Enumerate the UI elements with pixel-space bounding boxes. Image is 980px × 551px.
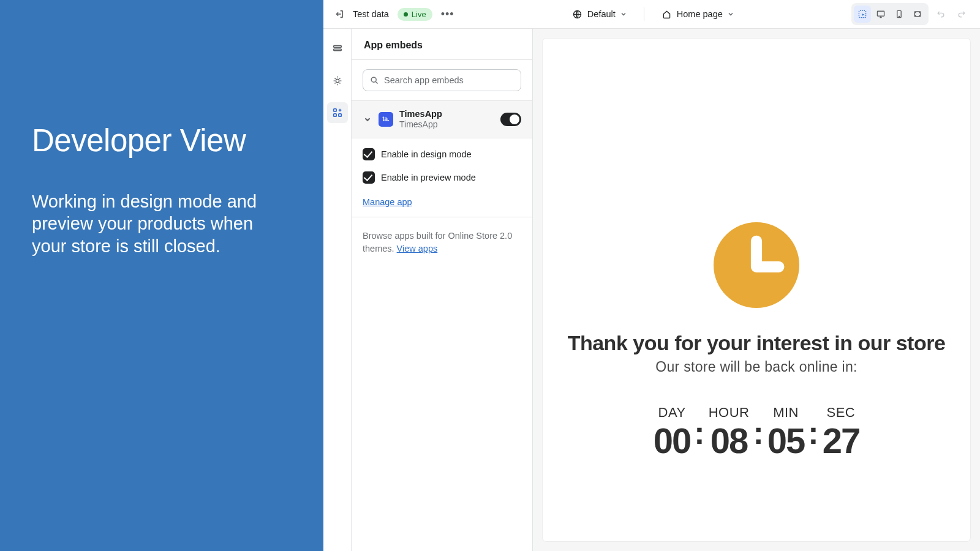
redo-icon[interactable]	[953, 6, 970, 23]
day-value: 00	[654, 423, 691, 459]
topbar: Test data Live ••• Default	[323, 0, 980, 29]
chevron-down-icon	[620, 11, 627, 17]
chevron-down-icon	[728, 11, 734, 17]
globe-icon	[572, 9, 582, 20]
embed-name: TimesApp	[399, 108, 494, 119]
svg-rect-10	[333, 114, 336, 117]
view-apps-link[interactable]: View apps	[397, 244, 438, 253]
hour-label: HOUR	[709, 405, 750, 421]
countdown: DAY 00 : HOUR 08 : MIN 05 :	[651, 405, 862, 459]
embed-subname: TimesApp	[399, 119, 494, 130]
page-label: Home page	[677, 9, 723, 19]
embed-toggle[interactable]	[500, 113, 521, 126]
hour-value: 08	[709, 423, 750, 459]
template-selector[interactable]: Default	[572, 9, 627, 20]
page-selector[interactable]: Home page	[662, 9, 734, 20]
viewport-selector	[851, 3, 929, 25]
svg-point-8	[336, 79, 339, 82]
preview-frame: Thank you for your interest in our store…	[543, 39, 970, 541]
live-dot-icon	[404, 12, 408, 17]
colon-icon: :	[752, 405, 764, 449]
option-preview-mode: Enable in preview mode	[381, 173, 476, 182]
undo-icon[interactable]	[932, 6, 949, 23]
svg-rect-7	[333, 49, 341, 51]
sections-icon[interactable]	[327, 39, 348, 59]
desktop-icon[interactable]	[872, 6, 889, 23]
search-input[interactable]	[363, 69, 521, 91]
settings-icon[interactable]	[327, 70, 348, 91]
svg-rect-11	[338, 114, 341, 117]
search-icon	[369, 75, 379, 85]
svg-point-12	[371, 77, 376, 82]
preview-heading: Thank you for your interest in our store	[568, 331, 946, 355]
sidebar-title: App embeds	[364, 40, 520, 51]
promo-subtitle: Working in design mode and preview your …	[32, 190, 292, 257]
sec-label: SEC	[823, 405, 860, 421]
clock-icon	[714, 222, 799, 308]
min-label: MIN	[767, 405, 805, 421]
checkbox-preview-mode[interactable]	[363, 171, 375, 184]
store-name: Test data	[353, 9, 389, 19]
colon-icon: :	[807, 405, 820, 449]
embed-item[interactable]: ta. TimesApp TimesApp	[352, 100, 532, 138]
template-label: Default	[587, 9, 616, 19]
colon-icon: :	[693, 405, 706, 449]
checkbox-design-mode[interactable]	[363, 148, 375, 160]
mobile-icon[interactable]	[891, 6, 908, 23]
svg-rect-2	[877, 11, 884, 16]
tool-rail	[323, 29, 352, 551]
apps-icon[interactable]	[327, 102, 348, 123]
preview-area: Thank you for your interest in our store…	[533, 29, 980, 551]
option-design-mode: Enable in design mode	[381, 149, 472, 159]
svg-point-4	[899, 16, 899, 17]
chevron-down-icon[interactable]	[363, 114, 372, 124]
svg-rect-9	[333, 109, 336, 112]
min-value: 05	[767, 423, 805, 459]
browse-text: Browse apps built for Online Store 2.0 t…	[363, 230, 521, 255]
fullscreen-icon[interactable]	[909, 6, 926, 23]
manage-app-link[interactable]: Manage app	[363, 197, 412, 207]
promo-title: Developer View	[32, 122, 292, 159]
home-icon	[662, 9, 672, 20]
inspector-icon[interactable]	[854, 6, 871, 23]
sidebar: App embeds ta. TimesApp TimesApp	[352, 29, 533, 551]
divider	[644, 7, 644, 21]
sec-value: 27	[823, 423, 860, 459]
more-icon[interactable]: •••	[441, 8, 454, 21]
day-label: DAY	[654, 405, 691, 421]
live-label: Live	[412, 10, 426, 19]
preview-subheading: Our store will be back online in:	[655, 359, 858, 375]
exit-icon[interactable]	[333, 9, 344, 20]
svg-rect-6	[333, 46, 341, 48]
app-badge-icon: ta.	[379, 112, 393, 127]
promo-panel: Developer View Working in design mode an…	[0, 0, 323, 551]
live-badge: Live	[398, 8, 432, 21]
